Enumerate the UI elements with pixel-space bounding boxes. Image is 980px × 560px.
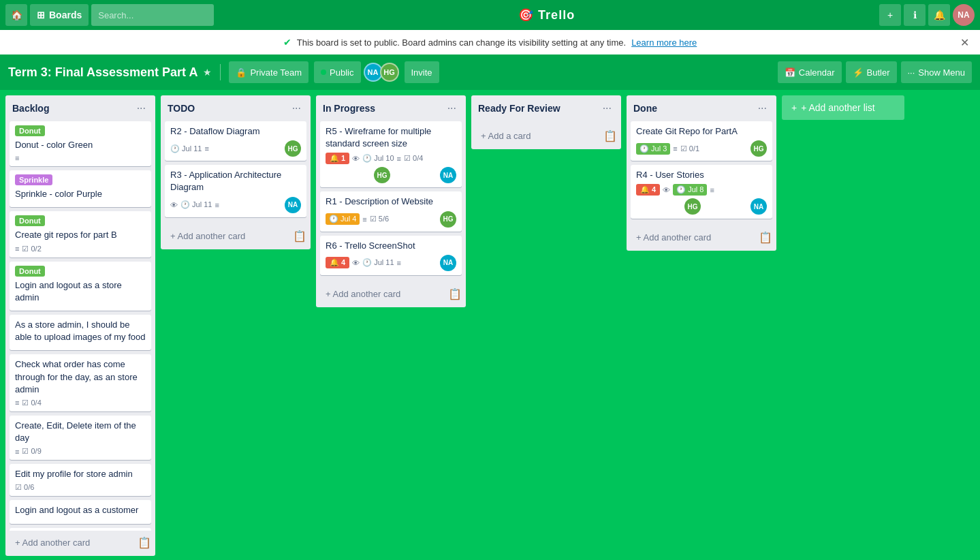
search-input[interactable] [91,4,214,26]
card-create-edit-delete[interactable]: Create, Edit, Delete item of the day ≡ ☑… [10,416,151,460]
menu-icon: ≡ [15,399,19,407]
bell-button[interactable]: 🔔 [928,4,950,26]
show-menu-button[interactable]: ··· Show Menu [901,61,973,83]
board-body: Backlog ··· Donut Donut - color Green ≡ … [0,90,980,560]
card-title: Create Git Repo for PartA [636,125,767,138]
badge-donut: Donut [15,125,45,136]
menu-icon: ≡ [15,154,19,162]
checklist-icon: ☑ 0/6 [15,483,34,492]
card-title: Login and logout as a store admin [15,279,146,304]
card-meta: ≡ ☑ 0/9 [15,447,146,456]
card-r1-description[interactable]: R1 - Description of Website 🕐 Jul 4 ≡ ☑ … [320,191,462,231]
card-edit-profile[interactable]: Edit my profile for store admin ☑ 0/6 [10,464,151,496]
archive-icon[interactable]: 📋 [603,129,617,142]
butler-label: Butler [867,67,890,78]
member-avatars: NA HG [366,63,399,82]
add-card-inprogress-button[interactable]: + Add another card [320,285,448,303]
add-card-done-button[interactable]: + Add another card [631,228,759,247]
archive-icon[interactable]: 📋 [448,287,462,300]
checklist-icon: ☑ 0/4 [22,399,41,407]
eye-icon: 👁 [352,155,360,163]
card-r6-screenshot[interactable]: R6 - Trello ScreenShot 🔔 4 👁 🕐 Jul 11 ≡ … [320,236,462,275]
list-todo-menu-button[interactable]: ··· [289,101,304,116]
list-backlog-cards: Donut Donut - color Green ≡ Sprinkle Spr… [5,119,155,531]
board-title[interactable]: Term 3: Final Assessment Part A [8,65,197,80]
calendar-button[interactable]: 📅 Calendar [778,61,842,83]
card-meta: ≡ ☑ 0/2 [15,245,146,253]
card-donut-green[interactable]: Donut Donut - color Green ≡ [10,121,151,166]
list-readyforreview-menu-button[interactable]: ··· [600,101,614,116]
info-button[interactable]: ℹ [904,4,926,26]
card-title: Check what order has come through for th… [15,358,146,396]
public-dot-icon [321,69,326,75]
card-title: As a store admin, I should be able to up… [15,319,146,343]
list-backlog-header: Backlog ··· [5,95,155,119]
menu-icon: ≡ [362,215,366,223]
avatar-hg: HG [285,140,301,157]
list-readyforreview-header: Ready For Review ··· [471,95,621,119]
private-team-button[interactable]: 🔒 Private Team [229,61,309,83]
archive-icon[interactable]: 📋 [759,231,772,244]
list-backlog-menu-button[interactable]: ··· [134,101,148,116]
card-login-customer[interactable]: Login and logout as a customer [10,500,151,523]
card-create-git-repo[interactable]: Create Git Repo for PartA 🕐 Jul 3 ≡ ☑ 0/… [631,121,772,161]
checklist-icon: ☑ 5/6 [370,215,389,223]
public-button[interactable]: Public [314,61,360,83]
list-inprogress-menu-button[interactable]: ··· [445,101,459,116]
list-todo-header: TODO ··· [161,95,311,119]
card-meta: 🕐 Jul 4 ≡ ☑ 5/6 HG [326,211,456,228]
add-list-button[interactable]: + + Add another list [782,95,904,120]
star-button[interactable]: ★ [203,67,212,78]
card-git-repos[interactable]: Donut Create git repos for part B ≡ ☑ 0/… [10,211,151,257]
list-backlog-title: Backlog [12,103,49,114]
card-upload-images[interactable]: As a store admin, I should be able to up… [10,315,151,350]
list-todo-footer: + Add another card 📋 [161,224,311,249]
menu-icon: ≡ [15,448,19,456]
avatar-na: NA [750,198,767,215]
menu-icon: ≡ [397,155,401,163]
banner-close-button[interactable]: ✕ [960,36,969,49]
card-check-order[interactable]: Check what order has come through for th… [10,354,151,411]
home-button[interactable]: 🏠 [5,4,27,26]
invite-button[interactable]: Invite [405,61,439,83]
add-card-todo-button[interactable]: + Add another card [165,227,293,245]
show-menu-label: Show Menu [918,67,965,78]
avatar-hg: HG [440,211,456,228]
list-todo: TODO ··· R2 - Dataflow Diagram 🕐 Jul 11 … [161,95,311,249]
card-r4-user-stories[interactable]: R4 - User Stories 🔔 4 👁 🕐 Jul 8 ≡ HG NA [631,165,772,219]
card-title: R1 - Description of Website [326,196,456,208]
card-r5-wireframe[interactable]: R5 - Wireframe for multiple standard scr… [320,121,462,187]
add-card-review-button[interactable]: + Add a card [475,127,603,145]
checklist-icon: ☑ 0/1 [680,144,699,153]
list-done-title: Done [633,103,657,114]
card-title: R3 - Application Architecture Diagram [170,169,301,193]
list-done: Done ··· Create Git Repo for PartA 🕐 Jul… [627,95,776,251]
invite-label: Invite [411,67,432,78]
add-button[interactable]: + [879,4,901,26]
boards-button[interactable]: ⊞ Boards [30,4,89,26]
butler-button[interactable]: ⚡ Butler [846,61,897,83]
card-meta: ≡ ☑ 0/4 [15,399,146,407]
menu-icon: ≡ [204,144,208,153]
avatar-hg[interactable]: HG [380,63,399,82]
eye-icon: 👁 [663,186,670,194]
badge-donut: Donut [15,215,45,226]
list-backlog: Backlog ··· Donut Donut - color Green ≡ … [5,95,155,556]
card-sprinkle-purple[interactable]: Sprinkle Sprinkle - color Purple [10,170,151,207]
card-login-store-admin[interactable]: Donut Login and logout as a store admin [10,262,151,311]
public-banner: ✔ This board is set to public. Board adm… [0,30,980,55]
list-done-menu-button[interactable]: ··· [755,101,770,116]
board-header-right: 📅 Calendar ⚡ Butler ··· Show Menu [778,61,972,83]
list-done-header: Done ··· [627,95,776,119]
card-r2-dataflow[interactable]: R2 - Dataflow Diagram 🕐 Jul 11 ≡ HG [165,121,306,161]
archive-icon[interactable]: 📋 [138,536,151,549]
card-title: Create git repos for part B [15,229,146,241]
card-r3-architecture[interactable]: R3 - Application Architecture Diagram 👁 … [165,165,306,217]
banner-learn-more-link[interactable]: Learn more here [631,37,697,48]
list-inprogress-header: In Progress ··· [316,95,466,119]
user-avatar[interactable]: NA [953,4,975,26]
add-card-backlog-button[interactable]: + Add another card [10,533,138,552]
card-meta: 🔔 4 👁 🕐 Jul 8 ≡ [636,184,767,196]
avatar-na: NA [440,255,456,271]
archive-icon[interactable]: 📋 [293,230,306,243]
